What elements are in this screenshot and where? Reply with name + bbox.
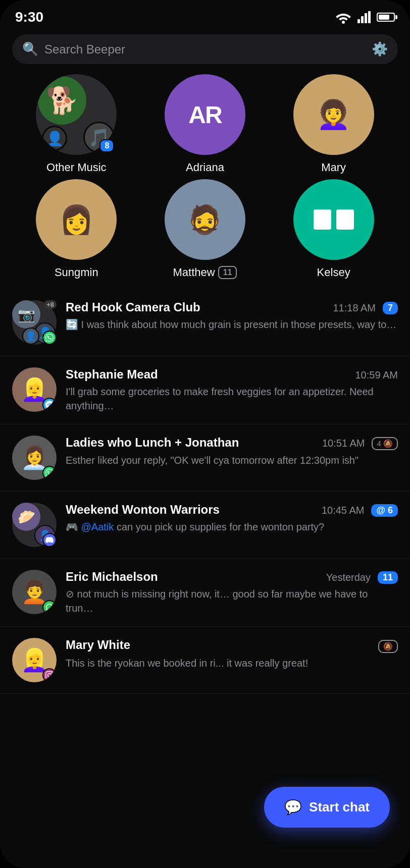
- settings-icon[interactable]: ⚙️: [372, 41, 388, 57]
- chat-preview-ladies-lunch: Esther liked your reply, "OK we'll cya t…: [66, 453, 398, 467]
- chat-badge-red-hook: 7: [383, 302, 398, 314]
- ticket-icon: [311, 199, 356, 240]
- chat-time-stephanie: 10:59 AM: [355, 369, 398, 381]
- chat-item-wonton[interactable]: 🥟 👤 Weekend Wonton Warriors 10:45 AM @ 6: [0, 492, 410, 559]
- chat-preview-eric: ⊘ not much is missing right now, it… goo…: [66, 587, 398, 615]
- status-bar: 9:30: [0, 0, 410, 29]
- chat-name-wonton: Weekend Wonton Warriors: [66, 503, 317, 517]
- search-placeholder[interactable]: Search Beeper: [44, 42, 372, 57]
- adriana-initials: AR: [188, 101, 221, 129]
- story-other-music[interactable]: 🐕 🎵 👤 8 Other Music: [26, 74, 127, 174]
- chat-preview-red-hook: 🔄 I was think about how much grain is pr…: [66, 317, 398, 332]
- svg-rect-1: [361, 16, 364, 23]
- chat-item-stephanie[interactable]: 👱‍♀️ Stephanie Mead 10:59 AM I'll grab s…: [0, 356, 410, 424]
- stories-section: 🐕 🎵 👤 8 Other Music: [0, 74, 410, 279]
- story-matthew-label: Matthew 11: [173, 266, 237, 279]
- whatsapp-icon-2: [42, 466, 57, 480]
- chat-avatar-wonton: 🥟 👤: [12, 503, 57, 547]
- chat-time-ladies-lunch: 10:51 AM: [322, 438, 365, 449]
- svg-rect-5: [336, 209, 354, 230]
- telegram-icon: [42, 398, 57, 412]
- status-icons: [334, 11, 395, 24]
- chat-avatar-ladies-lunch: 👩‍💼: [12, 436, 57, 480]
- stories-row-1: 🐕 🎵 👤 8 Other Music: [12, 74, 398, 174]
- chat-content-ladies-lunch: Ladies who Lunch + Jonathan 10:51 AM 4 🔕…: [66, 436, 398, 467]
- svg-rect-2: [365, 13, 367, 23]
- chat-badge-wonton: @ 6: [371, 504, 398, 517]
- svg-rect-0: [357, 19, 360, 23]
- chat-list: 📷 👤 👤 +8 Red Hook Camera Club 11:18 AM 7: [0, 289, 410, 694]
- chat-content-eric: Eric Michaelson Yesterday 11 ⊘ not much …: [66, 570, 398, 615]
- status-time: 9:30: [15, 9, 43, 25]
- signal-icon: [357, 11, 372, 23]
- start-chat-label: Start chat: [309, 799, 370, 815]
- story-kelsey[interactable]: Kelsey: [283, 179, 384, 279]
- chat-name-stephanie: Stephanie Mead: [66, 367, 350, 382]
- search-bar[interactable]: 🔍 Search Beeper ⚙️: [12, 34, 398, 64]
- chat-badge-ladies-lunch: 4 🔕: [372, 437, 398, 450]
- chat-avatar-mary-white: 👱‍♀️: [12, 638, 57, 682]
- chat-badge-mary-white: 🔕: [378, 640, 398, 653]
- chat-name-mary-white: Mary White: [66, 638, 374, 652]
- wifi-icon: [334, 11, 352, 24]
- svg-point-7: [331, 222, 336, 227]
- chat-avatar-eric: 🧑‍🦱: [12, 570, 57, 614]
- story-adriana[interactable]: AR Adriana: [155, 74, 255, 174]
- chat-item-mary-white[interactable]: 👱‍♀️ Mary White 🔕 This is the ryokan we …: [0, 627, 410, 694]
- imessage-icon: [42, 600, 57, 614]
- chat-content-mary-white: Mary White 🔕 This is the ryokan we booke…: [66, 638, 398, 670]
- chat-preview-wonton: 🎮 @Aatik can you pick up supplies for th…: [66, 520, 398, 534]
- svg-rect-4: [314, 209, 331, 230]
- svg-point-6: [331, 212, 336, 217]
- chat-preview-mary-white: This is the ryokan we booked in ri... it…: [66, 656, 398, 670]
- search-icon: 🔍: [22, 41, 38, 57]
- start-chat-icon: 💬: [284, 799, 302, 816]
- chat-badge-eric: 11: [378, 571, 398, 584]
- phone-container: 9:30 🔍 Search Beeper ⚙️: [0, 0, 410, 868]
- chat-name-eric: Eric Michaelson: [66, 570, 321, 584]
- chat-preview-stephanie: I'll grab some groceries to make fresh v…: [66, 385, 398, 413]
- whatsapp-icon: [42, 331, 57, 345]
- chat-avatar-red-hook: 📷 👤 👤 +8: [12, 300, 57, 345]
- battery-icon: [377, 13, 395, 22]
- start-chat-button[interactable]: 💬 Start chat: [264, 787, 390, 828]
- chat-name-ladies-lunch: Ladies who Lunch + Jonathan: [66, 436, 317, 450]
- instagram-icon: [42, 668, 57, 682]
- stories-row-2: 👩 Sungmin 🧔 Matthew 11: [12, 179, 398, 279]
- story-mary-label: Mary: [321, 161, 346, 174]
- story-sungmin[interactable]: 👩 Sungmin: [26, 179, 127, 279]
- chat-content-stephanie: Stephanie Mead 10:59 AM I'll grab some g…: [66, 367, 398, 413]
- story-mary[interactable]: 👩‍🦱 Mary: [283, 74, 384, 174]
- chat-item-ladies-lunch[interactable]: 👩‍💼 Ladies who Lunch + Jonathan 10:51 AM…: [0, 424, 410, 492]
- discord-icon: [42, 533, 57, 547]
- chat-content-wonton: Weekend Wonton Warriors 10:45 AM @ 6 🎮 @…: [66, 503, 398, 534]
- chat-avatar-stephanie: 👱‍♀️: [12, 367, 57, 412]
- chat-content-red-hook: Red Hook Camera Club 11:18 AM 7 🔄 I was …: [66, 300, 398, 332]
- story-kelsey-label: Kelsey: [317, 266, 350, 279]
- chat-time-wonton: 10:45 AM: [322, 505, 365, 516]
- chat-name-red-hook: Red Hook Camera Club: [66, 300, 328, 314]
- chat-item-red-hook[interactable]: 📷 👤 👤 +8 Red Hook Camera Club 11:18 AM 7: [0, 289, 410, 356]
- chat-item-eric[interactable]: 🧑‍🦱 Eric Michaelson Yesterday 11 ⊘: [0, 559, 410, 627]
- story-sungmin-label: Sungmin: [55, 266, 98, 279]
- main-scroll[interactable]: 🐕 🎵 👤 8 Other Music: [0, 74, 410, 868]
- story-other-music-label: Other Music: [46, 161, 107, 174]
- chat-time-red-hook: 11:18 AM: [333, 302, 376, 314]
- chat-time-eric: Yesterday: [326, 572, 371, 583]
- other-music-badge: 8: [99, 139, 114, 152]
- story-matthew[interactable]: 🧔 Matthew 11: [155, 179, 255, 279]
- story-adriana-label: Adriana: [186, 161, 224, 174]
- svg-rect-3: [368, 11, 371, 23]
